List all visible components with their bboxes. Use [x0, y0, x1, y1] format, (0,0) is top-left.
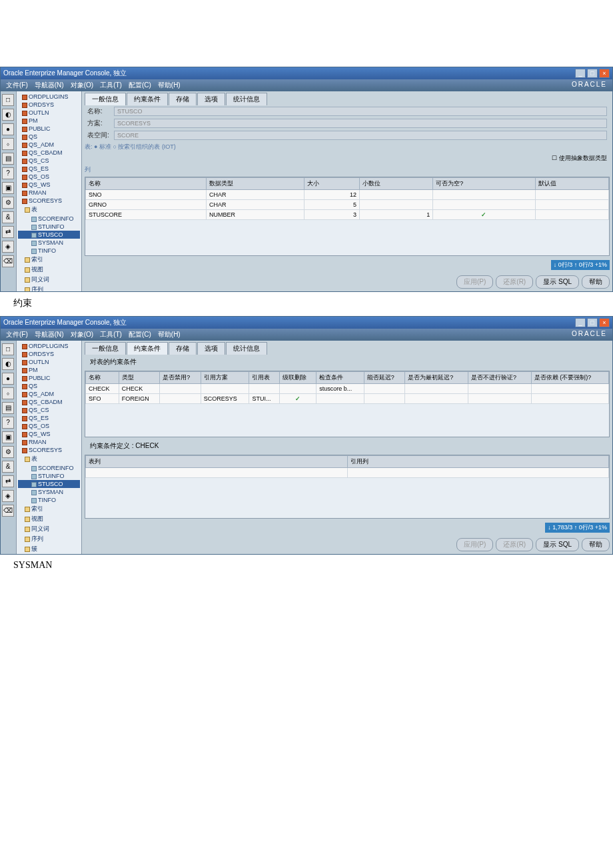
section-label-constraints: 约束	[13, 297, 613, 309]
tool-icon-11[interactable]: ◈	[2, 241, 14, 253]
tool-icon-2[interactable]: ◐	[2, 109, 14, 121]
tool-icon-3[interactable]: ●	[2, 373, 14, 385]
show-sql-button[interactable]: 显示 SQL	[536, 275, 579, 289]
tab-storage[interactable]: 存储	[169, 93, 197, 105]
close-button[interactable]: ×	[599, 318, 610, 327]
tool-icon-12[interactable]: ⌫	[2, 255, 14, 267]
tool-icon-7[interactable]: ▣	[2, 431, 14, 443]
schema-label: 方案:	[87, 119, 114, 128]
tab-storage[interactable]: 存储	[169, 342, 197, 355]
tool-icon-9[interactable]: &	[2, 461, 14, 473]
tool-icon-11[interactable]: ◈	[2, 490, 14, 502]
check-def-table[interactable]: 表列引用列	[85, 455, 609, 478]
tool-icon-12[interactable]: ⌫	[2, 505, 14, 517]
tool-icon-1[interactable]: □	[2, 94, 14, 106]
tool-icon-5[interactable]: ▤	[2, 153, 14, 165]
menu-config[interactable]: 配置(C)	[129, 330, 151, 339]
revert-button[interactable]: 还原(R)	[496, 275, 533, 289]
menu-navigator[interactable]: 导航器(N)	[35, 330, 64, 339]
menu-object[interactable]: 对象(O)	[71, 330, 93, 339]
tool-icon-10[interactable]: ⇄	[2, 226, 14, 238]
menu-object[interactable]: 对象(O)	[71, 81, 93, 90]
navigator-tree-2[interactable]: ORDPLUGINS ORDSYS OUTLN PM PUBLIC QS QS_…	[17, 341, 82, 554]
tool-icon-1[interactable]: □	[2, 343, 14, 355]
apply-button[interactable]: 应用(P)	[456, 275, 493, 289]
columns-label: 列	[82, 164, 612, 175]
tab-stats[interactable]: 统计信息	[226, 342, 267, 355]
columns-table[interactable]: 名称 数据类型 大小 小数位 可否为空? 默认值 SNOCHAR12 GRNOC…	[85, 177, 609, 220]
pager[interactable]: ↓ 1,783/3 ↑ 0行/3 +1%	[545, 523, 610, 533]
maximize-button[interactable]: □	[587, 318, 598, 327]
folder-icon	[25, 207, 30, 213]
help-button[interactable]: 帮助	[582, 538, 610, 551]
tool-icon-2[interactable]: ◐	[2, 358, 14, 370]
tool-icon-7[interactable]: ▣	[2, 182, 14, 194]
tool-icon-6[interactable]: ?	[2, 417, 14, 429]
tool-icon-10[interactable]: ⇄	[2, 475, 14, 487]
tool-icon-9[interactable]: &	[2, 211, 14, 223]
pager[interactable]: ↓ 0行/3 ↑ 0行/3 +1%	[551, 260, 610, 270]
minimize-button[interactable]: _	[575, 318, 586, 327]
close-button[interactable]: ×	[599, 69, 610, 78]
main-panel: 一般信息 约束条件 存储 选项 统计信息 名称:STUSCO 方案:SCORES…	[82, 91, 612, 291]
name-label: 名称:	[87, 107, 114, 116]
user-icon	[22, 95, 27, 100]
menubar: 文件(F) 导航器(N) 对象(O) 工具(T) 配置(C) 帮助(H) ORA…	[1, 79, 612, 91]
tab-constraints[interactable]: 约束条件	[127, 342, 168, 355]
navigator-tree[interactable]: ORDPLUGINS ORDSYS OUTLN PM PUBLIC QS QS_…	[17, 91, 82, 291]
tablespace-label: 表空间:	[87, 131, 114, 140]
window-title-2: Oracle Enterprize Manager Console, 独立	[3, 318, 127, 327]
tool-icon-8[interactable]: ⚙	[2, 197, 14, 209]
abstract-type-checkbox[interactable]: ☐ 使用抽象数据类型	[82, 153, 612, 164]
table-row: CHECKCHECKstuscore b...	[86, 384, 609, 394]
menu-tools[interactable]: 工具(T)	[100, 81, 122, 90]
tablespace-field[interactable]: SCORE	[114, 131, 607, 140]
tab-options[interactable]: 选项	[197, 342, 225, 355]
constraints-table[interactable]: 名称类型是否禁用?引用方案引用表级联删除检查条件能否延迟?是否为最初延迟?是否不…	[85, 371, 609, 404]
tool-icon-8[interactable]: ⚙	[2, 446, 14, 458]
menu-config[interactable]: 配置(C)	[129, 81, 151, 90]
table-row: SFOFOREIGNSCORESYSSTUI...✓	[86, 394, 609, 404]
tab-general[interactable]: 一般信息	[85, 93, 126, 105]
check-def-label: 约束条件定义 : CHECK	[82, 439, 612, 453]
revert-button[interactable]: 还原(R)	[496, 538, 533, 551]
help-button[interactable]: 帮助	[582, 275, 610, 289]
tool-icon-4[interactable]: ⬨	[2, 138, 14, 150]
toolbar: □ ◐ ● ⬨ ▤ ? ▣ ⚙ & ⇄ ◈ ⌫	[1, 91, 17, 291]
titlebar: Oracle Enterprize Manager Console, 独立 _ …	[1, 67, 612, 79]
table-row: STUSCORENUMBER31✓	[86, 210, 609, 220]
tool-icon-3[interactable]: ●	[2, 123, 14, 135]
menu-tools[interactable]: 工具(T)	[100, 330, 122, 339]
table-row: GRNOCHAR5	[86, 200, 609, 210]
tool-icon-6[interactable]: ?	[2, 167, 14, 179]
window-title: Oracle Enterprize Manager Console, 独立	[3, 69, 127, 78]
oracle-console-window-1: Oracle Enterprize Manager Console, 独立 _ …	[0, 67, 613, 292]
oracle-console-window-2: Oracle Enterprize Manager Console, 独立 _ …	[0, 316, 613, 555]
tool-icon-5[interactable]: ▤	[2, 402, 14, 414]
apply-button[interactable]: 应用(P)	[456, 538, 493, 551]
tab-constraints[interactable]: 约束条件	[127, 93, 168, 105]
oracle-brand: ORACLE	[572, 81, 607, 90]
tree-item-stusco: STUSCO	[18, 231, 80, 239]
tab-general[interactable]: 一般信息	[85, 342, 126, 355]
table-type-hint: 表: ● 标准 ○ 按索引组织的表 (IOT)	[82, 141, 612, 153]
tab-options[interactable]: 选项	[197, 93, 225, 105]
schema-field[interactable]: SCORESYS	[114, 119, 607, 128]
menu-help[interactable]: 帮助(H)	[158, 330, 181, 339]
show-sql-button[interactable]: 显示 SQL	[536, 538, 579, 551]
menu-navigator[interactable]: 导航器(N)	[35, 81, 64, 90]
menu-file[interactable]: 文件(F)	[6, 81, 28, 90]
tool-icon-4[interactable]: ⬨	[2, 387, 14, 399]
section-label-sysman: SYSMAN	[13, 560, 613, 571]
maximize-button[interactable]: □	[587, 69, 598, 78]
name-field[interactable]: STUSCO	[114, 107, 607, 116]
table-icon	[31, 217, 37, 222]
tab-stats[interactable]: 统计信息	[226, 93, 267, 105]
minimize-button[interactable]: _	[575, 69, 586, 78]
constraints-subheader: 对表的约束条件	[82, 355, 612, 369]
table-row: SNOCHAR12	[86, 190, 609, 200]
menu-file[interactable]: 文件(F)	[6, 330, 28, 339]
menu-help[interactable]: 帮助(H)	[158, 81, 181, 90]
